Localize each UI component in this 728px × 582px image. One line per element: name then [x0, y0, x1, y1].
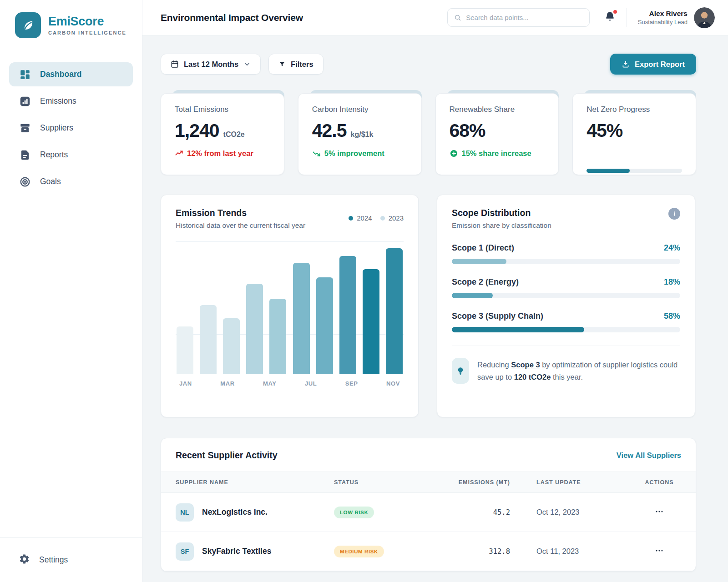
panel-title: Scope Distribution [452, 208, 551, 218]
emission-bar[interactable] [246, 284, 263, 374]
emission-bar[interactable] [339, 256, 356, 374]
brand-logo: EmiScore CARBON INTELLIGENCE [0, 0, 142, 38]
sidebar-item-label: Emissions [40, 96, 76, 106]
stat-unit: kg/$1k [351, 130, 374, 139]
sidebar-nav: Dashboard Emissions Suppliers Reports Go… [0, 60, 142, 537]
scope-percentage: 24% [664, 243, 680, 253]
scope-name: Scope 2 (Energy) [452, 277, 519, 287]
emission-bar[interactable] [386, 248, 403, 374]
user-role: Sustainability Lead [638, 19, 688, 25]
risk-status-badge: MEDIUM RISK [334, 546, 384, 557]
emission-bar[interactable] [200, 305, 217, 374]
emission-bar[interactable] [316, 277, 333, 374]
table-body: NL NexLogistics Inc. LOW RISK 45.2 Oct 1… [161, 493, 696, 571]
lightbulb-icon [452, 358, 469, 384]
risk-status-badge: LOW RISK [334, 507, 374, 518]
stat-delta: 15% share increase [450, 149, 545, 158]
sidebar-item-label: Dashboard [40, 70, 81, 79]
supplier-initials-badge: NL [176, 503, 194, 522]
calendar-icon [171, 60, 179, 68]
stat-label: Total Emissions [175, 105, 270, 114]
funnel-icon [278, 60, 286, 68]
gear-icon [19, 553, 30, 567]
stat-label: Renewables Share [450, 105, 545, 114]
emission-bar[interactable] [223, 318, 240, 374]
leaf-icon [15, 12, 41, 38]
legend-dot [349, 216, 353, 221]
scope-row: Scope 3 (Supply Chain) 58% [452, 311, 680, 332]
legend-item: 2024 [349, 214, 372, 222]
table-column-header: Status [334, 479, 455, 486]
emission-bar[interactable] [363, 269, 379, 374]
x-axis-label: JUL [305, 380, 317, 387]
export-report-button[interactable]: Export Report [610, 54, 696, 75]
scope-distribution-panel: Scope Distribution Emission share by cla… [437, 195, 695, 417]
goals-icon [19, 176, 31, 188]
sidebar-item-suppliers[interactable]: Suppliers [9, 116, 133, 140]
scope-bar [452, 259, 680, 264]
filters-button[interactable]: Filters [268, 54, 324, 75]
table-column-header: Last Update [510, 479, 637, 486]
x-axis-label: JAN [179, 380, 192, 387]
emission-bar[interactable] [293, 263, 310, 374]
plus-circle-icon [450, 149, 458, 158]
table-title: Recent Supplier Activity [176, 450, 278, 461]
last-update-date: Oct 12, 2023 [510, 508, 637, 517]
stat-delta: 12% from last year [175, 149, 270, 158]
emissions-value: 45.2 [455, 508, 510, 517]
search-icon [454, 14, 461, 22]
stat-value: 45% [586, 120, 622, 141]
scope-bar [452, 293, 680, 298]
row-actions-button[interactable] [637, 507, 681, 518]
table-column-header: Emissions (MT) [455, 479, 510, 486]
stat-delta: 5% improvement [312, 149, 408, 158]
date-range-button[interactable]: Last 12 Months [161, 54, 261, 75]
scope-name: Scope 1 (Direct) [452, 243, 514, 253]
scope-3-link[interactable]: Scope 3 [511, 361, 540, 369]
settings-label: Settings [39, 555, 68, 565]
net-zero-progress-bar [586, 169, 682, 173]
x-axis-label: MAR [220, 380, 234, 387]
x-axis-label: NOV [386, 380, 400, 387]
row-actions-button[interactable] [637, 546, 681, 557]
sidebar-item-emissions[interactable]: Emissions [9, 89, 133, 113]
download-icon [622, 60, 630, 68]
scope-bar [452, 327, 680, 332]
stat-unit: tCO2e [223, 130, 245, 139]
supplier-initials-badge: SF [176, 542, 194, 561]
table-header-row: Supplier NameStatusEmissions (MT)Last Up… [161, 472, 696, 493]
sidebar: EmiScore CARBON INTELLIGENCE Dashboard E… [0, 0, 142, 582]
user-meta: Alex Rivers Sustainability Lead [638, 10, 688, 25]
emission-bar[interactable] [269, 299, 286, 374]
stat-card: Renewables Share 68% 15% share increase [435, 93, 559, 175]
brand-tagline: CARBON INTELLIGENCE [48, 30, 126, 35]
stats-row: Total Emissions 1,240 tCO2e 12% from las… [161, 93, 696, 175]
table-row[interactable]: NL NexLogistics Inc. LOW RISK 45.2 Oct 1… [161, 493, 696, 532]
search-box[interactable] [447, 8, 590, 27]
panel-title: Emission Trends [176, 208, 305, 218]
view-all-suppliers-link[interactable]: View All Suppliers [617, 451, 681, 460]
supplier-name: SkyFabric Textiles [202, 547, 271, 556]
emission-bar[interactable] [177, 326, 193, 374]
table-row[interactable]: SF SkyFabric Textiles MEDIUM RISK 312.8 … [161, 532, 696, 571]
scope-percentage: 18% [664, 277, 680, 287]
avatar[interactable] [694, 7, 715, 28]
sidebar-item-goals[interactable]: Goals [9, 170, 133, 194]
tip-text-segment: 120 tCO2e [514, 373, 551, 381]
stat-label: Carbon Intensity [312, 105, 408, 114]
sidebar-item-settings[interactable]: Settings [9, 549, 133, 571]
legend-dot [380, 216, 385, 221]
info-icon[interactable] [668, 208, 680, 220]
sidebar-item-label: Reports [40, 150, 68, 160]
search-input[interactable] [466, 14, 583, 21]
notifications-button[interactable] [604, 11, 616, 24]
scope-row: Scope 1 (Direct) 24% [452, 243, 680, 264]
sidebar-item-reports[interactable]: Reports [9, 143, 133, 167]
sidebar-item-dashboard[interactable]: Dashboard [9, 62, 133, 86]
last-update-date: Oct 11, 2023 [510, 547, 637, 556]
page-title: Environmental Impact Overview [161, 12, 303, 23]
x-axis-labels: JAN MAR MAY JUL SEP NOV [176, 380, 404, 387]
panel-subtitle: Emission share by classification [452, 221, 551, 230]
legend-item: 2023 [380, 214, 404, 222]
stat-label: Net Zero Progress [586, 105, 682, 114]
